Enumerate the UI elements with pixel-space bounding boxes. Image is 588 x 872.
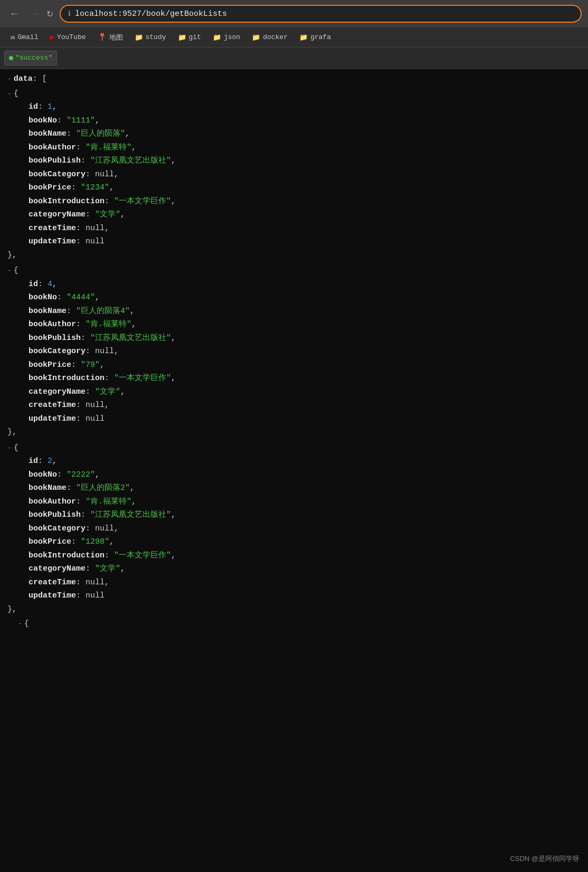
bookmark-grafa-label: grafa	[310, 33, 331, 41]
info-icon: ℹ	[68, 10, 71, 18]
bookmark-maps-label: 地图	[109, 33, 123, 42]
book1-bookCategory: bookCategory: null,	[29, 345, 581, 358]
status-badge-row: "success"	[0, 48, 588, 69]
data-root-line: - data: [	[7, 72, 581, 86]
book0-bookCategory: bookCategory: null,	[29, 168, 581, 182]
status-text: "success"	[15, 52, 52, 64]
bookmark-json[interactable]: 📁 json	[208, 32, 244, 43]
book0-bookNo: bookNo: "1111",	[29, 114, 581, 128]
bookmark-gmail[interactable]: ✉ Gmail	[6, 31, 42, 43]
status-badge: "success"	[4, 51, 57, 65]
more-items-indicator: - {	[7, 617, 581, 631]
book1-bookIntroduction: bookIntroduction: "一本文学巨作",	[29, 372, 581, 385]
book0-createTime: createTime: null,	[29, 222, 581, 235]
bookmark-git-label: git	[189, 33, 201, 41]
folder-icon-study: 📁	[135, 33, 143, 42]
book1-bookPrice: bookPrice: "79",	[29, 358, 581, 372]
url-input[interactable]	[75, 10, 573, 18]
book2-bookIntroduction: bookIntroduction: "一本文学巨作",	[29, 549, 581, 563]
bookmark-study[interactable]: 📁 study	[130, 32, 170, 43]
bookmark-youtube[interactable]: ▶ YouTube	[45, 31, 90, 43]
folder-icon-json: 📁	[213, 33, 221, 42]
book0-bookIntroduction: bookIntroduction: "一本文学巨作",	[29, 195, 581, 208]
folder-icon-grafa: 📁	[299, 33, 308, 42]
bookmark-docker[interactable]: 📁 docker	[248, 32, 292, 43]
book1-bookAuthor: bookAuthor: "肯.福莱特",	[29, 318, 581, 331]
collapse-data[interactable]: -	[7, 73, 12, 85]
book2-id: id: 2,	[29, 454, 581, 468]
book2-bookAuthor: bookAuthor: "肯.福莱特",	[29, 495, 581, 509]
maps-icon: 📍	[98, 33, 107, 42]
browser-toolbar: ← → ↻ ℹ	[0, 0, 588, 27]
bookmark-study-label: study	[146, 33, 166, 41]
browser-chrome: ← → ↻ ℹ ✉ Gmail ▶ YouTube 📍 地图 📁 study	[0, 0, 588, 48]
book2-createTime: createTime: null,	[29, 576, 581, 590]
book1-createTime: createTime: null,	[29, 399, 581, 412]
book1-bookNo: bookNo: "4444",	[29, 291, 581, 305]
book2-bookPrice: bookPrice: "1298",	[29, 535, 581, 549]
bookmark-json-label: json	[224, 33, 240, 41]
book0-updateTime: updateTime: null	[29, 235, 581, 249]
reload-button[interactable]: ↻	[46, 9, 53, 19]
back-button[interactable]: ←	[6, 6, 22, 22]
address-bar[interactable]: ℹ	[60, 5, 582, 23]
book0-bookAuthor: bookAuthor: "肯.福莱特",	[29, 141, 581, 155]
folder-icon-docker: 📁	[252, 33, 260, 42]
nav-buttons: ← → ↻	[6, 6, 53, 22]
book1-categoryName: categoryName: "文学",	[29, 385, 581, 399]
book0-categoryName: categoryName: "文学",	[29, 208, 581, 222]
watermark: CSDN @是阿俏同学呀	[510, 854, 580, 864]
bookmarks-bar: ✉ Gmail ▶ YouTube 📍 地图 📁 study 📁 git 📁 j…	[0, 27, 588, 48]
forward-button[interactable]: →	[26, 6, 42, 22]
collapse-book2[interactable]: -	[7, 442, 12, 454]
book2-bookCategory: bookCategory: null,	[29, 522, 581, 536]
book2-bookName: bookName: "巨人的陨落2",	[29, 481, 581, 495]
bookmark-gmail-label: Gmail	[17, 33, 38, 41]
youtube-icon: ▶	[50, 33, 54, 42]
folder-icon-git: 📁	[178, 33, 186, 42]
book0-bookName: bookName: "巨人的陨落",	[29, 127, 581, 141]
book2-updateTime: updateTime: null	[29, 589, 581, 603]
book2-bookNo: bookNo: "2222",	[29, 468, 581, 482]
json-content: - data: [ - { id: 1, bookNo: "1111", boo…	[0, 69, 588, 872]
book1-bookName: bookName: "巨人的陨落4",	[29, 305, 581, 318]
book-item-1: - { id: 4, bookNo: "4444", bookName: "巨人…	[7, 263, 581, 440]
book1-bookPublish: bookPublish: "江苏凤凰文艺出版社",	[29, 331, 581, 345]
gmail-icon: ✉	[11, 33, 15, 42]
book1-id: id: 4,	[29, 278, 581, 291]
json-viewer: "success" - data: [ - { id: 1, bookNo: "…	[0, 48, 588, 872]
collapse-book1[interactable]: -	[7, 265, 12, 277]
book2-categoryName: categoryName: "文学",	[29, 562, 581, 576]
status-dot	[9, 56, 13, 60]
book0-bookPrice: bookPrice: "1234",	[29, 181, 581, 195]
book0-bookPublish: bookPublish: "江苏凤凰文艺出版社",	[29, 154, 581, 168]
book-item-0: - { id: 1, bookNo: "1111", bookName: "巨人…	[7, 86, 581, 263]
book2-bookPublish: bookPublish: "江苏凤凰文艺出版社",	[29, 508, 581, 522]
bookmark-docker-label: docker	[263, 33, 288, 41]
book-item-2: - { id: 2, bookNo: "2222", bookName: "巨人…	[7, 440, 581, 618]
bookmark-maps[interactable]: 📍 地图	[93, 31, 127, 44]
book1-updateTime: updateTime: null	[29, 412, 581, 426]
bookmark-youtube-label: YouTube	[57, 33, 86, 41]
book0-id: id: 1,	[29, 100, 581, 114]
bookmark-grafa[interactable]: 📁 grafa	[295, 32, 335, 43]
collapse-book0[interactable]: -	[7, 88, 12, 100]
bookmark-git[interactable]: 📁 git	[174, 32, 205, 43]
